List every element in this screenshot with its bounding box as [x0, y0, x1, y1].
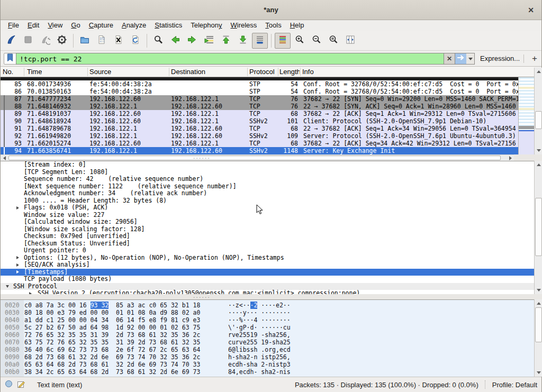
hex-row-0060[interactable]: 006072 76 65 32 35 35 31 39 2d 73 68 61 …	[1, 331, 534, 339]
go-back-button[interactable]	[167, 33, 183, 49]
detail-line[interactable]: [Window size scaling factor: 128]	[1, 226, 534, 233]
hex-row-00b0[interactable]: 00b038 34 2c 65 63 64 68 2d 73 68 61 32 …	[1, 368, 534, 376]
packet-row-92[interactable]: 9271.661949820192.168.122.1192.168.122.6…	[1, 132, 534, 140]
detail-line[interactable]: [Next sequence number: 1122 (relative se…	[1, 183, 534, 190]
hex-row-0070[interactable]: 007063 75 72 76 65 32 35 35 31 39 2d 73 …	[1, 339, 534, 346]
filter-bookmark-button[interactable]	[4, 53, 16, 65]
column-header-protocol[interactable]: Protocol	[249, 67, 275, 77]
menu-view[interactable]: View	[43, 20, 67, 31]
packet-list-hscrollbar[interactable]	[1, 154, 514, 161]
detail-line[interactable]: [Stream index: 0]	[1, 161, 534, 169]
column-header-time[interactable]: Time	[27, 67, 42, 77]
pane-splitter-handle[interactable]: ⋅⋅⋅⋅⋅⋅	[193, 157, 211, 160]
go-forward-button[interactable]	[184, 33, 200, 49]
column-header-source[interactable]: Source	[89, 67, 111, 77]
hscrollbar-thumb[interactable]	[8, 156, 501, 160]
menu-help[interactable]: Help	[286, 20, 309, 31]
scroll-up-icon[interactable]	[535, 161, 542, 168]
scroll-down-icon[interactable]	[535, 369, 542, 376]
column-header-destination[interactable]: Destination	[171, 67, 205, 77]
save-file-button[interactable]: 010101100111	[94, 33, 110, 49]
scroll-up-icon[interactable]	[535, 68, 542, 75]
detail-line[interactable]: [SEQ/ACK analysis]	[1, 261, 534, 269]
menu-tools[interactable]: Tools	[261, 20, 285, 31]
filter-history-dropdown[interactable]	[466, 53, 475, 65]
hex-row-0080[interactable]: 008036 40 6c 69 62 73 73 68 2e 6f 72 67 …	[1, 346, 534, 353]
zoom-out-button[interactable]	[309, 33, 324, 49]
capture-comment-icon[interactable]	[17, 380, 25, 390]
expand-open-icon[interactable]	[6, 285, 9, 288]
go-first-button[interactable]	[218, 33, 234, 49]
detail-line[interactable]: Acknowledgment number: 34 (relative ack …	[1, 190, 534, 197]
detail-line[interactable]: Sequence number: 42 (relative sequence n…	[1, 176, 534, 183]
status-profile-value[interactable]: Profile: Default	[492, 381, 537, 389]
auto-scroll-button[interactable]	[252, 33, 268, 49]
scrollbar-thumb[interactable]	[535, 111, 542, 129]
detail-line[interactable]: [Calculated window size: 29056]	[1, 218, 534, 226]
scroll-right-icon[interactable]	[507, 155, 514, 161]
scroll-left-icon[interactable]	[1, 155, 8, 161]
detail-line[interactable]: Options: (12 bytes), No-Operation (NOP),…	[1, 254, 534, 262]
find-packet-button[interactable]	[150, 33, 166, 49]
packet-row-91[interactable]: 9171.648789678192.168.122.1192.168.122.6…	[1, 125, 534, 132]
filter-apply-button[interactable]	[455, 53, 467, 65]
close-icon[interactable]: ✕	[526, 5, 536, 15]
scroll-up-icon[interactable]	[535, 300, 542, 307]
display-filter-input[interactable]	[16, 53, 444, 65]
detail-line[interactable]: SSH Version 2 (encryption:chacha20-poly1…	[1, 290, 534, 294]
detail-line[interactable]: Flags: 0x018 (PSH, ACK)	[1, 204, 534, 212]
expert-info-icon[interactable]	[5, 380, 13, 389]
menu-statistics[interactable]: Statistics	[150, 20, 186, 31]
expand-closed-icon[interactable]	[16, 206, 19, 209]
hex-row-0050[interactable]: 00505c 27 b2 67 50 ad 64 98 1d 92 00 00 …	[1, 324, 534, 331]
packet-row-94[interactable]: 9471.663856741192.168.122.1192.168.122.6…	[1, 147, 534, 154]
add-filter-button[interactable]: +	[529, 52, 540, 65]
go-to-packet-button[interactable]	[201, 33, 217, 49]
hex-scrollbar[interactable]	[534, 299, 542, 377]
title-bar[interactable]: *any ✕	[1, 0, 541, 20]
detail-line[interactable]: TCP payload (1080 bytes)	[1, 276, 534, 283]
reload-file-button[interactable]	[128, 33, 143, 49]
pane-splitter[interactable]	[1, 294, 542, 299]
detail-line[interactable]: [TCP Segment Len: 1080]	[1, 169, 534, 176]
menu-edit[interactable]: Edit	[23, 20, 43, 31]
column-header-info[interactable]: Info	[302, 67, 314, 77]
menu-telephony[interactable]: Telephony	[186, 20, 226, 31]
hex-row-0030[interactable]: 003080 18 00 e3 79 ed 00 00 01 01 08 0a …	[1, 309, 534, 316]
expand-closed-icon[interactable]	[16, 263, 19, 267]
scroll-down-icon[interactable]	[535, 287, 542, 294]
close-file-button[interactable]	[111, 33, 127, 49]
hex-row-0090[interactable]: 009068 2d 73 68 61 32 2d 6e 69 73 74 70 …	[1, 353, 534, 361]
capture-start-button[interactable]	[3, 33, 19, 49]
menu-wireless[interactable]: Wireless	[227, 20, 261, 31]
details-scrollbar[interactable]	[534, 161, 542, 294]
expand-closed-icon[interactable]	[16, 270, 19, 274]
packet-row-85[interactable]: 8568.001734936fe:54:00:d4:38:2aSTP54Conf…	[1, 80, 534, 88]
hex-row-0020[interactable]: 0020c0 a8 7a 3c 00 16 93 32 85 a3 ac c0 …	[1, 302, 534, 309]
capture-stop-button[interactable]	[20, 33, 36, 49]
detail-line[interactable]: 1000 .... = Header Length: 32 bytes (8)	[1, 197, 534, 205]
filter-clear-button[interactable]: ✕	[444, 53, 455, 65]
packet-row-88[interactable]: 8871.648146932192.168.122.1192.168.122.6…	[1, 103, 534, 110]
menu-go[interactable]: Go	[67, 20, 84, 31]
menu-file[interactable]: File	[4, 20, 23, 31]
open-file-button[interactable]	[77, 33, 93, 49]
zoom-in-button[interactable]	[292, 33, 308, 49]
hex-row-00a0[interactable]: 00a065 63 64 68 2d 73 68 61 32 2d 6e 69 …	[1, 361, 534, 368]
resize-columns-button[interactable]	[342, 33, 358, 49]
packet-list-header[interactable]: No.TimeSourceDestinationProtocolLengthIn…	[1, 67, 534, 77]
scroll-down-icon[interactable]	[535, 147, 542, 154]
colorize-button[interactable]	[275, 33, 291, 49]
menu-analyze[interactable]: Analyze	[118, 20, 150, 31]
detail-line[interactable]: [Checksum Status: Unverified]	[1, 240, 534, 248]
packet-row-87[interactable]: 8771.647777234192.168.122.60192.168.122.…	[1, 95, 534, 103]
go-last-button[interactable]	[235, 33, 251, 49]
expression-button[interactable]: Expression...	[480, 53, 520, 65]
detail-line[interactable]: Window size value: 227	[1, 212, 534, 219]
packet-row-90[interactable]: 9071.648618924192.168.122.60192.168.122.…	[1, 117, 534, 125]
capture-options-button[interactable]	[54, 33, 70, 49]
packet-list-scrollbar[interactable]	[534, 68, 542, 154]
scrollbar-thumb[interactable]	[535, 307, 542, 342]
detail-line[interactable]: SSH Protocol	[1, 283, 534, 290]
zoom-reset-button[interactable]	[326, 33, 341, 49]
